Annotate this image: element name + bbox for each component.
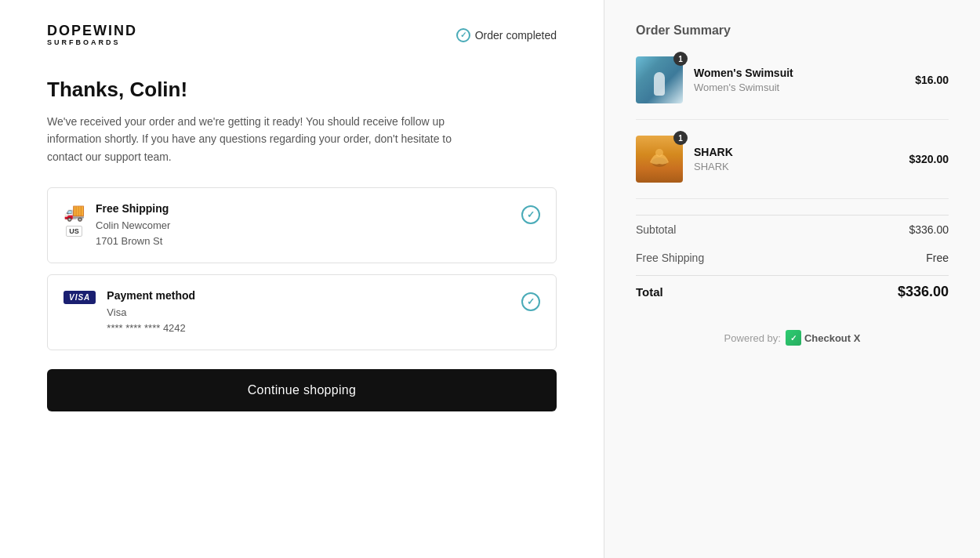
shark-svg-icon	[645, 145, 673, 173]
logo: DOPEWIND SURFBOARDS	[47, 24, 137, 46]
card-type: Visa	[107, 305, 195, 321]
svg-point-1	[655, 149, 663, 157]
total-label: Total	[636, 285, 663, 299]
shipping-check-icon	[521, 205, 540, 224]
item-quantity-badge: 1	[673, 131, 688, 145]
shipping-cost-value: Free	[926, 252, 949, 264]
checkout-brand-name: Checkout X	[804, 332, 861, 344]
order-summary-title: Order Summary	[636, 24, 949, 38]
powered-by: Powered by: ✓ Checkout X	[636, 330, 949, 346]
thanks-description: We've received your order and we're gett…	[47, 113, 486, 165]
customer-address: 1701 Brown St	[96, 234, 170, 249]
shipping-cost-row: Free Shipping Free	[636, 244, 949, 272]
truck-icon: 🚚	[64, 202, 85, 223]
left-panel: DOPEWIND SURFBOARDS Order completed Than…	[0, 0, 604, 558]
payment-info: Payment method Visa **** **** **** 4242	[107, 289, 195, 335]
total-value: $336.00	[898, 284, 949, 300]
subtotal-row: Subtotal $336.00	[636, 215, 949, 244]
shipping-card-left: 🚚 US Free Shipping Colin Newcomer 1701 B…	[64, 202, 170, 248]
subtotal-label: Subtotal	[636, 223, 676, 236]
payment-title: Payment method	[107, 289, 195, 302]
item-name: Women's Swimsuit	[694, 67, 915, 79]
item-details: SHARK SHARK	[694, 146, 909, 172]
powered-by-text: Powered by:	[724, 332, 781, 344]
shipping-cost-label: Free Shipping	[636, 252, 704, 264]
visa-badge: VISA	[64, 291, 96, 304]
payment-check-icon	[521, 292, 540, 311]
shipping-card: 🚚 US Free Shipping Colin Newcomer 1701 B…	[47, 187, 557, 263]
item-variant: Women's Swimsuit	[694, 82, 915, 93]
order-status-text: Order completed	[475, 29, 557, 42]
order-item: 1 SHARK SHARK $320.00	[636, 136, 949, 199]
item-image-wrap: 1	[636, 136, 683, 183]
order-complete-check-icon	[456, 28, 470, 42]
country-badge: US	[66, 226, 82, 237]
logo-name: DOPEWIND	[47, 24, 137, 38]
item-variant: SHARK	[694, 161, 909, 172]
logo-tagline: SURFBOARDS	[47, 39, 137, 46]
card-number: **** **** **** 4242	[107, 321, 195, 336]
continue-shopping-button[interactable]: Continue shopping	[47, 369, 557, 411]
shipping-info: Free Shipping Colin Newcomer 1701 Brown …	[96, 202, 170, 248]
total-row: Total $336.00	[636, 275, 949, 308]
item-quantity-badge: 1	[673, 52, 688, 66]
item-price: $16.00	[915, 74, 949, 86]
checkout-x-logo: ✓ Checkout X	[786, 330, 861, 346]
item-details: Women's Swimsuit Women's Swimsuit	[694, 67, 915, 93]
shipping-title: Free Shipping	[96, 202, 170, 215]
shipping-icon-wrap: 🚚 US	[64, 202, 85, 237]
header: DOPEWIND SURFBOARDS Order completed	[47, 24, 557, 46]
order-status-badge: Order completed	[456, 28, 557, 42]
right-panel: Order Summary 1 Women's Swimsuit Women's…	[604, 0, 980, 558]
item-price: $320.00	[909, 153, 949, 165]
payment-card: VISA Payment method Visa **** **** **** …	[47, 274, 557, 350]
checkout-x-icon: ✓	[786, 330, 801, 346]
item-name: SHARK	[694, 146, 909, 158]
customer-name: Colin Newcomer	[96, 218, 170, 234]
payment-card-left: VISA Payment method Visa **** **** **** …	[64, 289, 195, 335]
item-image-wrap: 1	[636, 56, 683, 103]
order-item: 1 Women's Swimsuit Women's Swimsuit $16.…	[636, 56, 949, 120]
swimsuit-figure	[654, 72, 665, 96]
subtotal-value: $336.00	[909, 223, 949, 236]
thanks-heading: Thanks, Colin!	[47, 78, 557, 102]
